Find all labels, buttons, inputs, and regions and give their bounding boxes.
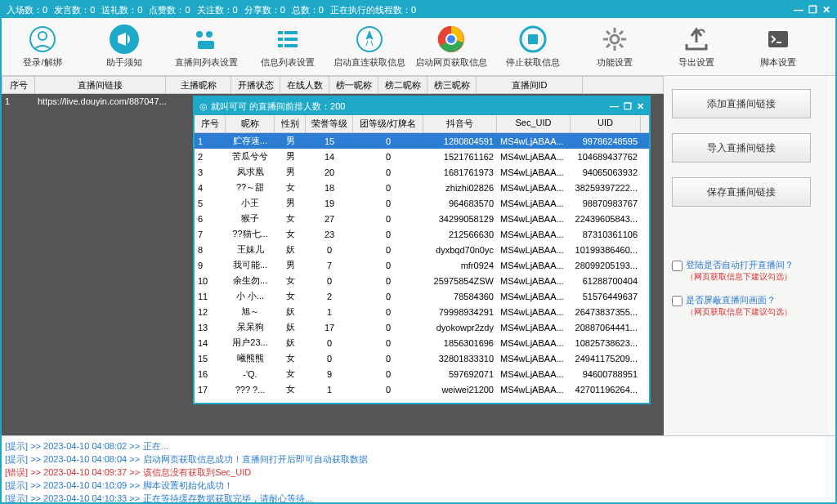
modal-row[interactable]: 10余生勿...女0025975854ZSWMS4wLjABAA...61288…: [195, 273, 649, 288]
log-prefix: [提示] >> 2023-04-10 04:10:33 >>: [5, 492, 140, 504]
check-block-video-box[interactable]: [672, 296, 683, 306]
col-seq[interactable]: 序号: [2, 77, 35, 93]
check-autoopen-label: 登陆是否自动打开直播间？: [686, 259, 794, 271]
col-anchor[interactable]: 主播昵称: [166, 77, 231, 93]
assist-button[interactable]: 助手须知: [83, 21, 165, 72]
func-button[interactable]: 功能设置: [574, 21, 656, 72]
cell-douyin: 964683570: [423, 198, 497, 208]
mcol-sec[interactable]: Sec_UID: [497, 115, 571, 132]
start-direct-button[interactable]: 启动直连获取信息: [329, 21, 410, 72]
modal-row[interactable]: 4??～甜女180zhizhi02826MS4wLjABAA...3825939…: [195, 180, 649, 195]
col-rank2[interactable]: 榜二昵称: [378, 77, 427, 93]
modal-row[interactable]: 13呆呆狗妖170dyokowpr2zdyMS4wLjABAA...208870…: [195, 319, 649, 335]
col-online[interactable]: 在线人数: [280, 77, 329, 93]
cell-gender: 妖: [275, 337, 306, 349]
cell-nick: ??? ?...: [226, 385, 275, 395]
window-controls: — ❐ ✕: [794, 4, 830, 16]
check-autoopen[interactable]: 登陆是否自动打开直播间？ （网页获取信息下建议勾选）: [672, 259, 819, 283]
mcol-team[interactable]: 团等级/灯牌名: [353, 115, 423, 132]
cell-nick: 旭～: [226, 306, 275, 318]
export-label: 导出设置: [678, 56, 714, 69]
modal-row[interactable]: 12旭～妖1079998934291MS4wLjABAA...264738373…: [195, 304, 649, 319]
cell-sec: MS4wLjABAA...: [497, 385, 571, 395]
svg-line-24: [620, 44, 623, 47]
cell-honor: 15: [306, 136, 353, 146]
modal-row[interactable]: 1贮存速...男1501280804591MS4wLjABAA...997862…: [195, 133, 649, 149]
modal-row[interactable]: 2苦瓜兮兮男1401521761162MS4wLjABAA...10468943…: [195, 149, 649, 164]
script-label: 脚本设置: [760, 56, 796, 69]
cell-team: 0: [353, 198, 423, 208]
check-block-video[interactable]: 是否屏蔽直播间画面？ （网页获取信息下建议勾选）: [672, 294, 819, 318]
chrome-icon: [436, 25, 466, 54]
stop-icon: [518, 25, 548, 54]
log-line: [提示] >> 2023-04-10 04:08:02 >>正在...: [5, 439, 832, 453]
user-icon: [28, 25, 57, 54]
svg-rect-10: [278, 44, 283, 47]
modal-minimize-button[interactable]: —: [610, 101, 619, 112]
add-link-button[interactable]: 添加直播间链接: [672, 89, 811, 118]
cell-douyin: 25975854ZSW: [423, 276, 497, 286]
check-autoopen-box[interactable]: [672, 261, 683, 271]
cell-uid: 87310361106: [571, 230, 641, 239]
cell-honor: 23: [306, 230, 353, 239]
cell-sec: MS4wLjABAA...: [497, 214, 571, 224]
mcol-uid[interactable]: UID: [571, 115, 641, 132]
infolist-button[interactable]: 信息列表设置: [247, 21, 329, 72]
script-icon: [763, 25, 793, 54]
col-roomid[interactable]: 直播间ID: [477, 77, 583, 93]
mcol-seq[interactable]: 序号: [195, 115, 226, 132]
stat-total: 总数：0: [292, 4, 324, 16]
svg-rect-7: [284, 31, 298, 34]
modal-row[interactable]: 8王妹儿妖00dyxbqd70n0ycMS4wLjABAA...10199386…: [195, 242, 649, 257]
cell-nick: 贮存速...: [226, 135, 275, 147]
cell-gender: 男: [275, 197, 306, 209]
import-link-button[interactable]: 导入直播间链接: [672, 133, 811, 163]
modal-title-bar[interactable]: ◎ 就叫可可 的直播间前排人数：200 — ❐ ✕: [195, 97, 649, 115]
save-link-button[interactable]: 保存直播间链接: [672, 177, 811, 207]
cell-team: 0: [353, 245, 423, 255]
minimize-button[interactable]: —: [794, 4, 803, 16]
modal-body[interactable]: 1贮存速...男1501280804591MS4wLjABAA...997862…: [195, 133, 649, 403]
mcol-gender[interactable]: 性别: [275, 115, 306, 132]
stop-button[interactable]: 停止获取信息: [492, 21, 574, 72]
log-panel[interactable]: [提示] >> 2023-04-10 04:08:02 >>正在...[提示] …: [2, 435, 835, 504]
login-button[interactable]: 登录/解绑: [2, 21, 83, 72]
cell-team: 0: [353, 183, 423, 193]
maximize-button[interactable]: ❐: [808, 4, 817, 16]
mcol-douyin[interactable]: 抖音号: [423, 115, 497, 132]
modal-row[interactable]: 11小 小...女2078584360MS4wLjABAA...51576449…: [195, 288, 649, 304]
modal-row[interactable]: 16-'Q.女90597692071MS4wLjABAA...946007889…: [195, 366, 649, 381]
modal-row[interactable]: 5小王男190964683570MS4wLjABAA...98870983767: [195, 195, 649, 211]
script-button[interactable]: 脚本设置: [737, 21, 819, 72]
mcol-nick[interactable]: 昵称: [226, 115, 275, 132]
cell-uid: 24941175209...: [571, 354, 641, 364]
modal-row[interactable]: 17??? ?...女10weiwei21200MS4wLjABAA...427…: [195, 381, 649, 397]
cell-sec: MS4wLjABAA...: [497, 338, 571, 348]
col-rank3[interactable]: 榜三昵称: [427, 77, 477, 93]
col-status[interactable]: 开播状态: [231, 77, 280, 93]
modal-close-button[interactable]: ✕: [637, 101, 644, 112]
mcol-honor[interactable]: 荣誉等级: [306, 115, 353, 132]
cell-honor: 18: [306, 183, 353, 193]
col-rank1[interactable]: 榜一昵称: [329, 77, 378, 93]
close-button[interactable]: ✕: [822, 4, 830, 16]
start-web-button[interactable]: 启动网页获取信息: [410, 21, 492, 72]
modal-row[interactable]: 14用户23...妖001856301696MS4wLjABAA...10825…: [195, 335, 649, 350]
cell-sec: MS4wLjABAA...: [497, 369, 571, 379]
modal-row[interactable]: 9我可能...男70mfr0924MS4wLjABAA...2809920519…: [195, 257, 649, 273]
modal-maximize-button[interactable]: ❐: [624, 101, 632, 112]
modal-row[interactable]: 3凤求凰男2001681761973MS4wLjABAA...940650639…: [195, 164, 649, 180]
modal-row[interactable]: 15曦熊熊女0032801833310MS4wLjABAA...24941175…: [195, 350, 649, 366]
export-button[interactable]: 导出设置: [656, 21, 737, 72]
modal-row[interactable]: 7??猫七...女230212566630MS4wLjABAA...873103…: [195, 226, 649, 242]
log-line: [提示] >> 2023-04-10 04:08:04 >>启动网页获取信息成功…: [5, 453, 832, 466]
cell-uid: 42701196264...: [571, 385, 641, 395]
cell-gender: 男: [275, 150, 306, 163]
col-link[interactable]: 直播间链接: [35, 77, 166, 93]
cell-gender: 女: [275, 352, 306, 364]
cell-team: 0: [353, 230, 423, 239]
roomlist-button[interactable]: 直播间列表设置: [165, 21, 247, 72]
cell-honor: 0: [306, 354, 353, 364]
modal-row[interactable]: 6猴子女27034299058129MS4wLjABAA...224396058…: [195, 211, 649, 226]
cell-nick: 我可能...: [226, 259, 275, 271]
